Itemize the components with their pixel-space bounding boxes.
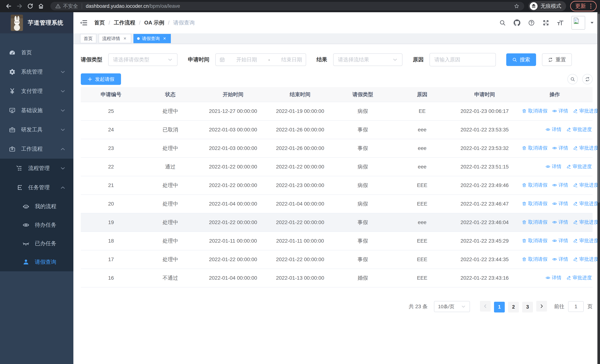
cancel-action-link[interactable]: 取消请假 xyxy=(522,108,547,114)
sidebar-item-workflow[interactable]: 工作流程 xyxy=(0,139,73,159)
search-button[interactable]: 搜索 xyxy=(506,53,536,66)
table-row[interactable]: 22通过2022-01-22 00:00:002022-01-22 00:00:… xyxy=(81,158,593,176)
detail-action-link[interactable]: 详情 xyxy=(552,256,568,262)
sidebar-item-process-mgmt[interactable]: 流程管理 xyxy=(0,159,73,178)
show-search-button[interactable] xyxy=(567,74,578,84)
prev-page-button[interactable] xyxy=(480,301,491,312)
table-row[interactable]: 16不通过2022-01-04 00:00:002022-01-13 00:00… xyxy=(81,269,593,287)
detail-action-link[interactable]: 详情 xyxy=(552,200,568,207)
progress-action-link[interactable]: 审批进度 xyxy=(566,274,592,281)
sidebar-item-infra[interactable]: 基础设施 xyxy=(0,101,73,120)
tab-home[interactable]: 首页 xyxy=(80,34,96,43)
detail-action-link[interactable]: 详情 xyxy=(552,219,568,225)
progress-action-link[interactable]: 审批进度 xyxy=(566,126,592,133)
breadcrumb-item[interactable]: OA 示例 xyxy=(144,19,164,27)
table-row[interactable]: 23处理中2022-01-03 00:00:002022-01-26 00:00… xyxy=(81,139,593,158)
cancel-action-link[interactable]: 取消请假 xyxy=(522,219,547,225)
progress-action-link[interactable]: 审批进度 xyxy=(573,237,599,244)
table-row[interactable]: 18处理中2022-01-11 00:00:002022-01-11 00:00… xyxy=(81,232,593,250)
sidebar-item-payment[interactable]: 支付管理 xyxy=(0,82,73,101)
table-row[interactable]: 20处理中2022-01-04 00:00:002022-01-04 00:00… xyxy=(81,195,593,213)
apply-time-range-picker[interactable]: 开始日期 - 结束日期 xyxy=(215,53,306,66)
detail-action-link[interactable]: 详情 xyxy=(545,163,562,170)
help-icon[interactable] xyxy=(528,19,535,26)
cell-leave-type: 事假 xyxy=(334,250,392,269)
page-button-3[interactable]: 3 xyxy=(522,302,533,312)
progress-action-link[interactable]: 审批进度 xyxy=(573,145,599,151)
detail-action-link[interactable]: 详情 xyxy=(545,274,562,281)
url-bar[interactable]: 不安全 dashboard.yudao.iocoder.cn /bpm/oa/l… xyxy=(50,2,524,10)
sidebar-item-todo-task[interactable]: 待办任务 xyxy=(0,216,73,234)
sidebar-item-my-process[interactable]: 我的流程 xyxy=(0,197,73,216)
back-button[interactable] xyxy=(3,1,14,11)
page-size-value: 10条/页 xyxy=(438,303,454,310)
close-icon[interactable]: × xyxy=(122,36,128,41)
table-row[interactable]: 19处理中2022-01-22 00:00:002022-01-22 00:00… xyxy=(81,213,593,232)
forward-button[interactable] xyxy=(14,1,25,11)
progress-action-link[interactable]: 审批进度 xyxy=(566,163,592,170)
goto-label: 前往 xyxy=(554,303,564,310)
github-icon[interactable] xyxy=(514,19,520,26)
progress-action-link[interactable]: 审批进度 xyxy=(573,200,599,207)
detail-action-link[interactable]: 详情 xyxy=(545,126,562,133)
cancel-action-link[interactable]: 取消请假 xyxy=(522,145,547,151)
cell-id: 22 xyxy=(81,158,141,176)
menu-dots-icon[interactable] xyxy=(590,3,592,9)
close-icon[interactable]: × xyxy=(162,36,167,41)
page-button-2[interactable]: 2 xyxy=(508,302,519,312)
breadcrumb-item[interactable]: 工作流程 xyxy=(114,19,135,27)
bookmark-star-icon[interactable] xyxy=(514,3,519,9)
font-size-icon[interactable] xyxy=(557,19,564,26)
goto-page-input[interactable] xyxy=(568,301,584,312)
security-label[interactable]: 不安全 xyxy=(63,3,78,9)
progress-action-link[interactable]: 审批进度 xyxy=(573,182,599,188)
fullscreen-icon[interactable] xyxy=(543,19,549,26)
detail-action-link[interactable]: 详情 xyxy=(552,145,568,151)
cell-actions: 详情审批进度 xyxy=(517,121,593,139)
progress-action-link[interactable]: 审批进度 xyxy=(573,108,599,114)
sidebar-item-system[interactable]: 系统管理 xyxy=(0,62,73,82)
leave-type-select[interactable]: 请选择请假类型 xyxy=(108,53,178,66)
page-size-select[interactable]: 10条/页 xyxy=(434,301,470,312)
cancel-action-link[interactable]: 取消请假 xyxy=(522,237,547,244)
cancel-action-link[interactable]: 取消请假 xyxy=(522,182,547,188)
reload-button[interactable] xyxy=(25,1,36,11)
avatar[interactable] xyxy=(572,16,585,30)
sidebar-item-leave-query[interactable]: 请假查询 xyxy=(0,253,73,271)
detail-action-link[interactable]: 详情 xyxy=(552,108,568,114)
create-leave-button[interactable]: 发起请假 xyxy=(81,73,121,85)
cell-end-time: 2022-01-22 00:00:00 xyxy=(267,158,334,176)
sidebar-item-devtools[interactable]: 研发工具 xyxy=(0,120,73,139)
flow-icon xyxy=(16,184,23,191)
scrollbar-thumb[interactable] xyxy=(598,14,600,203)
page-button-1[interactable]: 1 xyxy=(494,302,505,312)
action-label: 审批进度 xyxy=(579,182,599,188)
sidebar-item-home[interactable]: 首页 xyxy=(0,43,73,62)
search-icon[interactable] xyxy=(499,19,506,26)
cell-apply-time: 2022-01-22 23:46:04 xyxy=(452,213,517,232)
table-row[interactable]: 25处理中2021-12-27 00:00:002022-01-19 00:00… xyxy=(81,102,593,121)
browser-update-button[interactable]: 更新 xyxy=(570,1,597,11)
tab-leave-query[interactable]: 请假查询× xyxy=(133,34,171,43)
breadcrumb-item[interactable]: 首页 xyxy=(94,19,105,27)
detail-action-link[interactable]: 详情 xyxy=(552,237,568,244)
progress-action-link[interactable]: 审批进度 xyxy=(573,256,599,262)
tab-process-detail[interactable]: 流程详情× xyxy=(99,34,131,43)
table-row[interactable]: 24已取消2022-01-03 00:00:002022-01-26 00:00… xyxy=(81,121,593,139)
progress-action-link[interactable]: 审批进度 xyxy=(573,219,599,225)
sidebar-item-done-task[interactable]: 已办任务 xyxy=(0,234,73,253)
cancel-action-link[interactable]: 取消请假 xyxy=(522,200,547,207)
home-button[interactable] xyxy=(36,1,46,11)
detail-action-link[interactable]: 详情 xyxy=(552,182,568,188)
result-select[interactable]: 请选择流结果 xyxy=(333,53,403,66)
cancel-action-link[interactable]: 取消请假 xyxy=(522,256,547,262)
sidebar-item-task-mgmt[interactable]: 任务管理 xyxy=(0,178,73,197)
refresh-table-button[interactable] xyxy=(582,74,593,84)
table-row[interactable]: 17处理中2022-01-22 00:00:002022-01-22 00:00… xyxy=(81,250,593,269)
chevron-down-icon[interactable] xyxy=(590,22,594,24)
reason-input[interactable] xyxy=(430,53,496,66)
reset-button[interactable]: 重置 xyxy=(542,53,572,66)
table-row[interactable]: 21处理中2022-01-22 00:00:002022-01-23 00:00… xyxy=(81,176,593,195)
hamburger-icon[interactable] xyxy=(80,19,88,27)
next-page-button[interactable] xyxy=(536,301,547,312)
